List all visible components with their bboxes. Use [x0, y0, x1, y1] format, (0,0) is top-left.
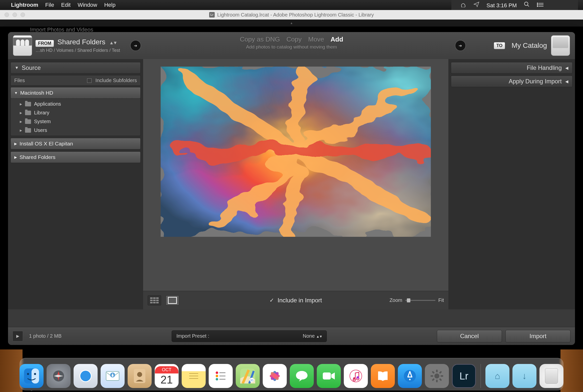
svg-point-26 — [216, 371, 218, 374]
photo-count: 1 photo / 2 MB — [29, 333, 62, 339]
right-panel: File Handling ◀ Apply During Import ◀ — [448, 59, 575, 309]
to-badge: TO — [494, 42, 505, 49]
import-preset-dropdown[interactable]: Import Preset : None ▲▼ — [172, 330, 327, 342]
svg-point-5 — [537, 3, 538, 4]
disclosure-left-icon: ◀ — [565, 79, 568, 84]
dock-trash-icon[interactable] — [539, 364, 563, 388]
dock-notes-icon[interactable] — [182, 364, 206, 388]
traffic-lights[interactable] — [5, 13, 25, 17]
file-handling-panel[interactable]: File Handling ◀ — [451, 62, 572, 74]
source-title[interactable]: Shared Folders ▲▼ — [57, 38, 117, 46]
preview-thumbnail[interactable] — [161, 67, 431, 237]
dock-messages-icon[interactable] — [290, 364, 314, 388]
menubar-clock[interactable]: Sat 3:16 PM — [486, 2, 517, 9]
calendar-day: 21 — [161, 373, 173, 386]
arrow-right-to-icon[interactable]: ➔ — [455, 40, 466, 51]
menu-file[interactable]: File — [45, 2, 54, 8]
destination-disk-icon[interactable] — [551, 35, 570, 56]
import-dialog: FROM Shared Folders ▲▼ …sh HD / Volumes … — [8, 32, 575, 345]
folder-icon — [25, 128, 31, 133]
files-row: Files Include Subfolders — [11, 75, 141, 86]
dock-mail-icon[interactable] — [101, 364, 125, 388]
svg-point-7 — [537, 6, 538, 7]
grid-view-button[interactable] — [148, 295, 161, 305]
dock-launchpad-icon[interactable] — [47, 364, 71, 388]
include-subfolders-label: Include Subfolders — [95, 78, 137, 83]
include-subfolders-checkbox[interactable] — [87, 78, 92, 83]
menu-list-icon[interactable] — [537, 2, 544, 7]
preset-label: Import Preset : — [176, 333, 209, 339]
arrow-right-from-icon[interactable]: ➔ — [130, 40, 141, 51]
paper-plane-icon[interactable] — [473, 1, 479, 7]
spotlight-icon[interactable] — [524, 1, 530, 7]
source-tree: ▼ Macintosh HD ▶Applications ▶Library ▶S… — [11, 87, 141, 163]
minimize-panel-button[interactable]: ▶ — [13, 331, 23, 341]
dock-ibooks-icon[interactable] — [371, 364, 395, 388]
dock-downloads-folder-icon[interactable] — [512, 364, 536, 388]
dock-appstore-icon[interactable] — [398, 364, 422, 388]
checkmark-icon: ✓ — [269, 297, 274, 304]
drive-macintosh-hd[interactable]: ▼ Macintosh HD — [11, 87, 141, 99]
source-title-text: Shared Folders — [57, 38, 105, 46]
mode-copy-dng[interactable]: Copy as DNG — [240, 36, 280, 43]
svg-point-18 — [80, 371, 91, 381]
zoom-slider[interactable] — [405, 300, 435, 301]
window-title: Lightroom Catalog.lrcat - Adobe Photosho… — [217, 12, 374, 18]
menu-help[interactable]: Help — [104, 2, 115, 8]
svg-rect-13 — [32, 368, 39, 383]
drive-install-osx[interactable]: ▶ Install OS X El Capitan — [11, 138, 141, 149]
app-name[interactable]: Lightroom — [11, 2, 38, 8]
dock-lightroom-icon[interactable]: Lr — [452, 364, 476, 388]
dock-maps-icon[interactable]: 3D — [236, 364, 260, 388]
source-panel-header[interactable]: ▼ Source — [11, 62, 141, 74]
preview-area: ✓ Include in Import Zoom Fit — [143, 59, 448, 309]
dock-reminders-icon[interactable] — [209, 364, 233, 388]
panel-title: File Handling — [527, 64, 562, 71]
menu-edit[interactable]: Edit — [61, 2, 71, 8]
menu-window[interactable]: Window — [78, 2, 97, 8]
dock-calendar-icon[interactable]: OCT21 — [155, 364, 179, 388]
folder-system[interactable]: ▶System — [11, 117, 140, 126]
drive-shared-folders[interactable]: ▶ Shared Folders — [11, 151, 141, 163]
import-button[interactable]: Import — [505, 330, 570, 342]
mode-move[interactable]: Move — [308, 36, 324, 43]
drive-label: Install OS X El Capitan — [20, 141, 73, 147]
cancel-button[interactable]: Cancel — [437, 330, 502, 342]
from-badge: FROM — [36, 40, 54, 47]
svg-rect-44 — [323, 372, 331, 379]
folder-users[interactable]: ▶Users — [11, 126, 140, 135]
dock-photos-icon[interactable] — [263, 364, 287, 388]
apply-during-import-panel[interactable]: Apply During Import ◀ — [451, 76, 572, 87]
folder-library[interactable]: ▶Library — [11, 108, 140, 117]
folder-applications[interactable]: ▶Applications — [11, 100, 140, 108]
panel-title: Apply During Import — [509, 78, 562, 85]
source-path: …sh HD / Volumes / Shared Folders / Test — [36, 48, 120, 53]
left-panel: ▼ Source Files Include Subfolders ▼ Maci… — [8, 59, 143, 309]
single-view-button[interactable] — [166, 295, 179, 305]
dock-itunes-icon[interactable] — [344, 364, 368, 388]
dock-finder-icon[interactable] — [20, 364, 44, 388]
include-label: Include in Import — [277, 297, 322, 304]
dock-safari-icon[interactable] — [74, 364, 98, 388]
dock-applications-folder-icon[interactable] — [485, 364, 509, 388]
fit-label[interactable]: Fit — [438, 297, 444, 303]
include-in-import-toggle[interactable]: ✓ Include in Import — [269, 297, 322, 304]
source-dropdown-icon[interactable]: ▲▼ — [109, 40, 117, 45]
mode-add[interactable]: Add — [331, 36, 343, 43]
mac-menubar: Lightroom File Edit Window Help Sat 3:16… — [0, 0, 583, 10]
mode-copy[interactable]: Copy — [286, 36, 302, 43]
svg-point-22 — [137, 372, 142, 377]
import-topbar: FROM Shared Folders ▲▼ …sh HD / Volumes … — [8, 32, 575, 59]
folder-label: System — [34, 119, 51, 124]
collapse-arrow-top[interactable]: ▲ — [0, 20, 583, 27]
drive-label: Macintosh HD — [20, 90, 53, 96]
disclosure-down-icon: ▼ — [14, 91, 18, 95]
dock-facetime-icon[interactable] — [317, 364, 341, 388]
dock-contacts-icon[interactable] — [128, 364, 152, 388]
source-drive-icon[interactable] — [13, 35, 32, 56]
dock-settings-icon[interactable] — [425, 364, 449, 388]
folder-icon — [25, 119, 31, 124]
disclosure-right-icon: ▶ — [14, 142, 17, 146]
destination-title[interactable]: My Catalog — [511, 42, 547, 50]
creative-cloud-icon[interactable] — [459, 2, 466, 7]
